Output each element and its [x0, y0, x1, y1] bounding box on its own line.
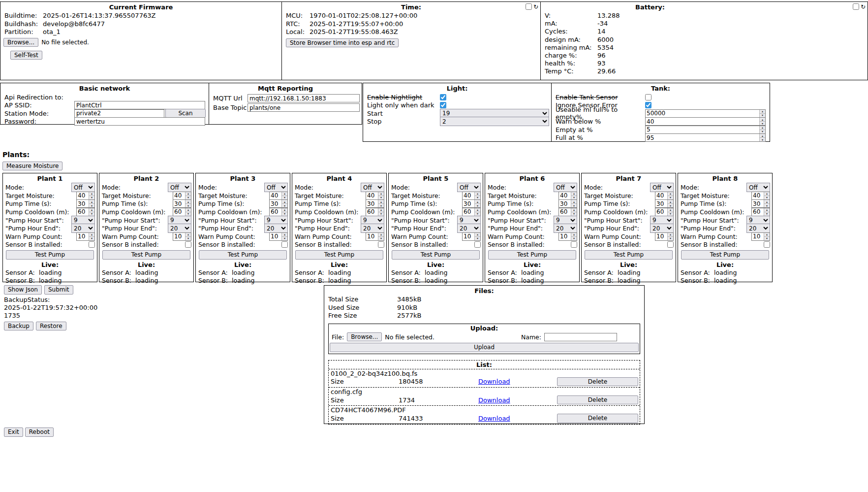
- sensor-b-installed-checkbox[interactable]: [378, 241, 384, 248]
- useable-ml-input[interactable]: ▴▾: [645, 109, 766, 118]
- time-autorefresh-checkbox[interactable]: [526, 3, 532, 10]
- spinner-icon[interactable]: ▴▾: [571, 233, 577, 240]
- spinner-icon[interactable]: ▴▾: [89, 192, 94, 199]
- spinner-icon[interactable]: ▴▾: [667, 192, 673, 199]
- mode-select[interactable]: Off: [650, 183, 674, 192]
- pump-time-field[interactable]: [559, 200, 571, 207]
- spinner-icon[interactable]: ▴▾: [571, 200, 577, 207]
- spinner-icon[interactable]: ▴▾: [474, 208, 480, 216]
- mode-select[interactable]: Off: [746, 183, 770, 192]
- pump-cooldown-input[interactable]: ▴▾: [655, 208, 674, 216]
- target-moisture-field[interactable]: [463, 192, 474, 199]
- station-mode-input[interactable]: [74, 109, 164, 118]
- pump-time-input[interactable]: ▴▾: [269, 199, 288, 208]
- warn-pump-count-field[interactable]: [655, 233, 667, 240]
- delete-button[interactable]: Delete: [557, 414, 638, 423]
- warn-pump-count-input[interactable]: ▴▾: [269, 232, 288, 241]
- spinner-icon[interactable]: ▴▾: [764, 192, 770, 199]
- spinner-icon[interactable]: ▴▾: [571, 208, 577, 216]
- pump-cooldown-input[interactable]: ▴▾: [76, 208, 95, 216]
- sensor-b-installed-checkbox[interactable]: [764, 241, 770, 248]
- mode-select[interactable]: Off: [361, 183, 384, 192]
- warn-pump-count-field[interactable]: [463, 233, 474, 240]
- pump-cooldown-field[interactable]: [752, 208, 764, 216]
- test-pump-button[interactable]: Test Pump: [295, 250, 383, 259]
- pump-cooldown-input[interactable]: ▴▾: [751, 208, 770, 216]
- mode-select[interactable]: Off: [168, 183, 191, 192]
- pump-time-field[interactable]: [270, 200, 281, 207]
- warn-pump-count-field[interactable]: [752, 233, 764, 240]
- pump-hour-end-select[interactable]: 20: [168, 224, 191, 233]
- test-pump-button[interactable]: Test Pump: [585, 250, 673, 259]
- warn-pump-count-field[interactable]: [366, 233, 378, 240]
- spinner-icon[interactable]: ▴▾: [89, 208, 94, 216]
- refresh-icon[interactable]: ↻: [861, 4, 866, 10]
- test-pump-button[interactable]: Test Pump: [102, 250, 190, 259]
- enable-nightlight-checkbox[interactable]: [440, 94, 446, 100]
- refresh-icon[interactable]: ↻: [533, 4, 538, 10]
- full-at-field[interactable]: [646, 134, 759, 141]
- mode-select[interactable]: Off: [71, 183, 95, 192]
- warn-pump-count-input[interactable]: ▴▾: [173, 232, 191, 241]
- pump-time-input[interactable]: ▴▾: [366, 199, 384, 208]
- upload-browse-button[interactable]: Browse...: [347, 332, 382, 341]
- backup-button[interactable]: Backup: [4, 322, 33, 330]
- password-input[interactable]: [74, 117, 205, 126]
- sensor-b-installed-checkbox[interactable]: [281, 241, 288, 248]
- pump-cooldown-field[interactable]: [366, 208, 378, 216]
- pump-cooldown-field[interactable]: [463, 208, 474, 216]
- store-time-button[interactable]: Store Browser time into esp and rtc: [286, 38, 399, 47]
- show-json-button[interactable]: Show Json: [4, 285, 42, 294]
- sensor-b-installed-checkbox[interactable]: [571, 241, 577, 248]
- spinner-icon[interactable]: ▴▾: [764, 200, 770, 207]
- sensor-b-installed-checkbox[interactable]: [89, 241, 95, 248]
- warn-pump-count-input[interactable]: ▴▾: [76, 232, 95, 241]
- pump-time-field[interactable]: [173, 200, 185, 207]
- target-moisture-input[interactable]: ▴▾: [751, 192, 770, 200]
- pump-cooldown-field[interactable]: [655, 208, 667, 216]
- warn-pump-count-input[interactable]: ▴▾: [655, 232, 674, 241]
- spinner-icon[interactable]: ▴▾: [185, 192, 191, 199]
- spinner-icon[interactable]: ▴▾: [378, 200, 384, 207]
- mqtt-url-input[interactable]: [248, 94, 360, 102]
- spinner-icon[interactable]: ▴▾: [759, 118, 765, 125]
- pump-hour-end-select[interactable]: 20: [650, 224, 674, 233]
- sensor-b-installed-checkbox[interactable]: [185, 241, 191, 248]
- pump-cooldown-input[interactable]: ▴▾: [366, 208, 384, 216]
- ap-ssid-input[interactable]: [74, 101, 205, 109]
- target-moisture-input[interactable]: ▴▾: [462, 192, 481, 200]
- pump-cooldown-input[interactable]: ▴▾: [269, 208, 288, 216]
- spinner-icon[interactable]: ▴▾: [667, 200, 673, 207]
- spinner-icon[interactable]: ▴▾: [764, 208, 770, 216]
- target-moisture-field[interactable]: [752, 192, 764, 199]
- spinner-icon[interactable]: ▴▾: [281, 233, 287, 240]
- target-moisture-input[interactable]: ▴▾: [558, 192, 577, 200]
- pump-time-input[interactable]: ▴▾: [462, 199, 481, 208]
- base-topic-input[interactable]: [248, 103, 360, 112]
- spinner-icon[interactable]: ▴▾: [759, 134, 765, 141]
- exit-button[interactable]: Exit: [4, 427, 23, 436]
- ignore-sensor-error-checkbox[interactable]: [645, 102, 651, 108]
- warn-below-input[interactable]: ▴▾: [645, 117, 766, 126]
- target-moisture-field[interactable]: [366, 192, 378, 199]
- mode-select[interactable]: Off: [264, 183, 288, 192]
- battery-autorefresh-checkbox[interactable]: [853, 3, 859, 10]
- sensor-b-installed-checkbox[interactable]: [667, 241, 674, 248]
- empty-at-field[interactable]: [646, 126, 759, 133]
- pump-cooldown-input[interactable]: ▴▾: [173, 208, 191, 216]
- spinner-icon[interactable]: ▴▾: [378, 233, 384, 240]
- warn-pump-count-input[interactable]: ▴▾: [751, 232, 770, 241]
- spinner-icon[interactable]: ▴▾: [185, 233, 191, 240]
- pump-cooldown-input[interactable]: ▴▾: [558, 208, 577, 216]
- test-pump-button[interactable]: Test Pump: [392, 250, 480, 259]
- warn-pump-count-input[interactable]: ▴▾: [462, 232, 481, 241]
- scan-button[interactable]: Scan: [165, 109, 206, 118]
- warn-pump-count-input[interactable]: ▴▾: [558, 232, 577, 241]
- spinner-icon[interactable]: ▴▾: [89, 233, 94, 240]
- target-moisture-field[interactable]: [655, 192, 667, 199]
- submit-button[interactable]: Submit: [44, 285, 73, 294]
- light-only-dark-checkbox[interactable]: [440, 102, 446, 108]
- mode-select[interactable]: Off: [457, 183, 481, 192]
- pump-time-field[interactable]: [752, 200, 764, 207]
- spinner-icon[interactable]: ▴▾: [764, 233, 770, 240]
